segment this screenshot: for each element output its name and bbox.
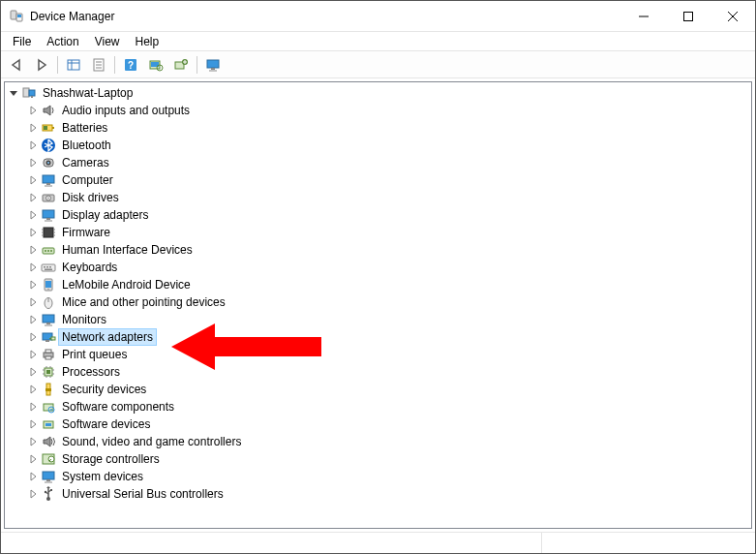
tree-node[interactable]: Cameras — [24, 154, 751, 171]
tree-node[interactable]: Display adapters — [24, 206, 751, 224]
menu-help[interactable]: Help — [128, 33, 167, 50]
security-icon — [41, 382, 56, 397]
pc-root-icon — [21, 85, 37, 101]
chevron-right-icon[interactable] — [26, 208, 40, 222]
tree-node[interactable]: System devices — [24, 468, 751, 485]
tree-node-label: Disk drives — [59, 190, 122, 205]
chevron-right-icon[interactable] — [26, 348, 40, 361]
help-button[interactable]: ? — [119, 54, 142, 76]
tree-node[interactable]: LeMobile Android Device — [24, 276, 751, 293]
mouse-icon — [41, 294, 56, 310]
close-button[interactable] — [711, 1, 755, 32]
printer-icon — [41, 347, 56, 362]
scan-hardware-button[interactable] — [144, 54, 167, 76]
tree-node-label: Processors — [59, 364, 123, 380]
svg-rect-75 — [45, 356, 51, 359]
app-icon — [9, 9, 24, 24]
chevron-right-icon[interactable] — [26, 191, 40, 204]
tree-node-label: Firmware — [59, 225, 113, 240]
chevron-right-icon[interactable] — [26, 383, 40, 396]
toolbar-separator — [114, 56, 115, 74]
chevron-right-icon[interactable] — [26, 365, 40, 379]
tree-node[interactable]: Print queues — [24, 346, 751, 363]
tree-node[interactable]: Storage controllers — [24, 450, 751, 468]
chevron-right-icon[interactable] — [26, 470, 40, 483]
svg-point-41 — [47, 198, 48, 199]
chevron-right-icon[interactable] — [26, 417, 40, 431]
properties-icon — [91, 57, 106, 73]
tree-node-label: Computer — [59, 172, 116, 188]
svg-rect-45 — [44, 228, 53, 237]
tree-node-label: System devices — [59, 469, 146, 484]
add-hardware-button[interactable] — [169, 54, 193, 76]
tree-node[interactable]: Human Interface Devices — [24, 241, 751, 259]
svg-rect-70 — [45, 340, 49, 342]
component-icon — [41, 399, 56, 415]
bluetooth-icon — [41, 138, 56, 153]
svg-rect-31 — [44, 126, 47, 130]
tree-node[interactable]: Disk drives — [24, 189, 751, 206]
tree-node[interactable]: Software components — [24, 398, 751, 416]
tree-node-label: Universal Serial Bus controllers — [59, 486, 227, 502]
titlebar: Device Manager — [1, 1, 755, 32]
forward-button[interactable] — [30, 54, 53, 76]
chevron-right-icon[interactable] — [26, 330, 40, 344]
tree-node-label: Monitors — [59, 312, 109, 327]
monitor-icon — [41, 312, 56, 327]
chevron-right-icon[interactable] — [26, 243, 40, 257]
back-button[interactable] — [5, 54, 28, 76]
chevron-right-icon[interactable] — [26, 156, 40, 169]
tree-node[interactable]: Computer — [24, 171, 751, 189]
chevron-right-icon[interactable] — [26, 313, 40, 326]
printer-icon — [41, 347, 56, 362]
tree-node[interactable]: Batteries — [24, 119, 751, 137]
tree-root-node[interactable]: Shashwat-Laptop — [5, 84, 751, 102]
menu-file[interactable]: File — [5, 33, 39, 50]
bluetooth-icon — [41, 138, 56, 153]
minimize-button[interactable] — [621, 1, 666, 32]
tree-node-label: LeMobile Android Device — [59, 277, 194, 292]
computer-icon — [41, 172, 56, 188]
tree-node[interactable]: Sound, video and game controllers — [24, 433, 751, 450]
menu-view[interactable]: View — [87, 33, 128, 50]
tree-node[interactable]: Bluetooth — [24, 137, 751, 154]
chevron-right-icon[interactable] — [26, 400, 40, 414]
chevron-right-icon[interactable] — [26, 104, 40, 117]
monitor-button[interactable] — [201, 54, 225, 76]
sound-icon — [41, 434, 56, 449]
tree-node[interactable]: Keyboards — [24, 259, 751, 276]
svg-rect-59 — [49, 266, 51, 268]
tree-node[interactable]: Software devices — [24, 416, 751, 433]
svg-point-90 — [50, 409, 52, 411]
chevron-right-icon[interactable] — [26, 173, 40, 187]
chevron-right-icon[interactable] — [26, 226, 40, 239]
tree-node-label: Sound, video and game controllers — [59, 434, 244, 449]
tree-node[interactable]: Processors — [24, 363, 751, 381]
tree-node[interactable]: Security devices — [24, 381, 751, 398]
chevron-right-icon[interactable] — [26, 487, 40, 501]
chevron-right-icon[interactable] — [26, 452, 40, 466]
chevron-right-icon[interactable] — [26, 278, 40, 292]
chevron-right-icon[interactable] — [26, 435, 40, 448]
menu-action[interactable]: Action — [39, 33, 86, 50]
network-icon — [41, 329, 56, 345]
chevron-right-icon[interactable] — [26, 261, 40, 274]
properties-button[interactable] — [87, 54, 110, 76]
svg-point-35 — [47, 162, 49, 164]
device-tree-pane[interactable]: Shashwat-LaptopAudio inputs and outputsB… — [4, 81, 752, 529]
tree-node[interactable]: Monitors — [24, 311, 751, 328]
chevron-right-icon[interactable] — [26, 295, 40, 309]
keyboard-icon — [41, 260, 56, 275]
tree-node[interactable]: Mice and other pointing devices — [24, 293, 751, 311]
tree-node[interactable]: Universal Serial Bus controllers — [24, 485, 751, 503]
chevron-right-icon[interactable] — [26, 138, 40, 152]
maximize-button[interactable] — [666, 1, 711, 32]
tree-node[interactable]: Network adapters — [24, 328, 751, 346]
disk-icon — [41, 190, 56, 205]
tree-node-label: Network adapters — [59, 329, 156, 345]
show-hide-tree-button[interactable] — [62, 54, 85, 76]
chevron-right-icon[interactable] — [26, 121, 40, 135]
chevron-down-icon[interactable] — [7, 86, 20, 100]
tree-node[interactable]: Firmware — [24, 224, 751, 241]
tree-node[interactable]: Audio inputs and outputs — [24, 102, 751, 119]
